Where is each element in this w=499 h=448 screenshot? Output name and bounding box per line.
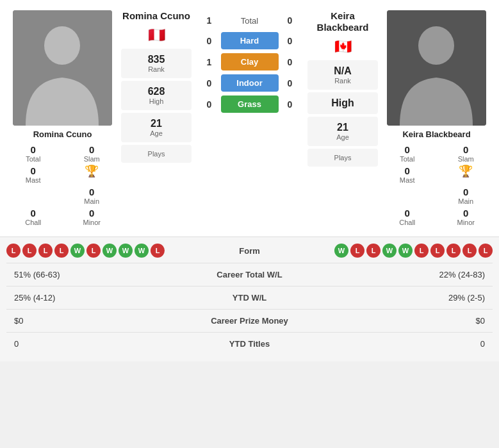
right-stat-value: $0	[352, 310, 493, 333]
left-player-name-center: Romina Ccuno	[122, 10, 190, 22]
indoor-button[interactable]: Indoor	[221, 74, 279, 92]
right-minor-value: 0	[463, 208, 468, 219]
clay-button[interactable]: Clay	[221, 53, 279, 71]
right-rank-box: N/A Rank	[307, 60, 378, 90]
grass-button[interactable]: Grass	[221, 95, 279, 113]
left-plays-label: Plays	[124, 150, 189, 158]
clay-right-score: 0	[284, 57, 297, 67]
right-plays-label: Plays	[310, 154, 375, 162]
right-player-card: Keira Blackbeard 0 Total 0 Slam 0 Mast 🏆	[380, 10, 493, 226]
left-form-badge: W	[135, 244, 149, 258]
left-rank-value: 835	[124, 54, 189, 65]
right-form-badge: L	[462, 244, 477, 258]
left-chall-value: 0	[31, 208, 36, 219]
right-total-stat: 0 Total	[380, 144, 434, 163]
left-stat-value: 0	[6, 333, 147, 356]
left-high-value: 628	[124, 86, 189, 97]
left-stat-value: $0	[6, 310, 147, 333]
left-player-name: Romina Ccuno	[33, 129, 92, 139]
center-stat-label: YTD W/L	[147, 286, 352, 310]
right-age-box: 21 Age	[307, 117, 378, 146]
top-section: Romina Ccuno 0 Total 0 Slam 0 Mast 🏆	[0, 0, 499, 236]
right-mast-label: Mast	[400, 176, 415, 184]
hard-row: 0 Hard 0	[194, 32, 305, 49]
grass-left-score: 0	[203, 99, 216, 110]
left-chall-stat: 0 Chall	[6, 208, 60, 226]
left-form-badge: L	[22, 244, 37, 258]
left-age-value: 21	[124, 118, 189, 129]
left-main-label: Main	[84, 197, 99, 205]
right-center-stats: Keira Blackbeard 🇨🇦 N/A Rank High 21 Age…	[307, 10, 378, 226]
right-slam-label: Slam	[458, 155, 474, 163]
left-player-stats: 0 Total 0 Slam 0 Mast 🏆 0 Main	[6, 144, 119, 226]
right-high-box: High	[307, 92, 378, 114]
center-stat-label: Career Total W/L	[147, 263, 352, 286]
left-slam-stat: 0 Slam	[65, 144, 119, 163]
table-row: 0 YTD Titles 0	[6, 333, 493, 356]
hard-button[interactable]: Hard	[221, 32, 279, 49]
hard-right-score: 0	[284, 36, 297, 46]
right-chall-value: 0	[405, 208, 410, 219]
right-minor-label: Minor	[457, 219, 475, 226]
trophy-icon-right: 🏆	[459, 165, 473, 177]
left-mast-value: 0	[31, 165, 36, 176]
right-age-label: Age	[310, 133, 375, 141]
clay-left-score: 1	[203, 57, 216, 67]
form-section: LLLLWLWWWL Form WLLWWLLLLL 51% (66-63) C…	[0, 236, 499, 361]
left-high-label: High	[124, 97, 189, 105]
total-row: 1 Total 0	[194, 15, 305, 26]
left-center-stats: Romina Ccuno 🇵🇪 835 Rank 628 High 21 Age…	[121, 10, 192, 226]
left-form-badges: LLLLWLWWWL	[6, 244, 165, 258]
left-main-stat: 0 Main	[65, 187, 119, 205]
right-plays-box: Plays	[307, 149, 378, 167]
right-mast-value: 0	[405, 165, 410, 176]
right-form-badge: W	[398, 244, 413, 258]
right-form-badges: WLLWWLLLLL	[334, 244, 493, 258]
left-form-badge: L	[151, 244, 165, 258]
right-form-badge: L	[414, 244, 429, 258]
table-row: 25% (4-12) YTD W/L 29% (2-5)	[6, 286, 493, 310]
left-form-badge: L	[86, 244, 101, 258]
grass-right-score: 0	[284, 99, 297, 110]
left-form-badge: W	[119, 244, 133, 258]
center-stat-label: YTD Titles	[147, 333, 352, 356]
left-player-card: Romina Ccuno 0 Total 0 Slam 0 Mast 🏆	[6, 10, 119, 226]
left-total-value: 0	[31, 144, 36, 155]
clay-row: 1 Clay 0	[194, 53, 305, 71]
left-minor-stat: 0 Minor	[65, 208, 119, 226]
right-main-label: Main	[458, 197, 473, 205]
right-form-badge: L	[366, 244, 380, 258]
left-mast-stat: 0 Mast	[6, 165, 60, 184]
stats-table: 51% (66-63) Career Total W/L 22% (24-83)…	[6, 263, 493, 355]
total-label: Total	[221, 16, 279, 26]
right-mast-stat: 0 Mast	[380, 165, 434, 184]
right-total-value: 0	[405, 144, 410, 155]
left-chall-label: Chall	[25, 219, 41, 226]
hard-left-score: 0	[203, 36, 216, 46]
table-row: $0 Career Prize Money $0	[6, 310, 493, 333]
svg-point-3	[418, 26, 454, 65]
indoor-left-score: 0	[203, 78, 216, 88]
total-left-score: 1	[203, 15, 216, 26]
left-form-badge: L	[54, 244, 69, 258]
left-age-label: Age	[124, 129, 189, 137]
right-form-badge: W	[334, 244, 348, 258]
svg-point-1	[44, 26, 80, 65]
indoor-row: 0 Indoor 0	[194, 74, 305, 92]
left-player-avatar	[13, 10, 112, 126]
right-main-stat: 0 Main	[439, 187, 493, 205]
right-flag: 🇨🇦	[334, 38, 352, 55]
left-form-badge: W	[102, 244, 117, 258]
left-stat-value: 25% (4-12)	[6, 286, 147, 310]
left-form-badge: L	[6, 244, 20, 258]
match-center: 1 Total 0 0 Hard 0 1 Clay 0 0 Indoor 0	[194, 10, 305, 226]
indoor-right-score: 0	[284, 78, 297, 88]
left-slam-label: Slam	[84, 155, 100, 163]
right-player-name-center: Keira Blackbeard	[307, 10, 378, 33]
right-player-avatar	[387, 10, 486, 126]
left-slam-value: 0	[89, 144, 94, 155]
right-form-badge: L	[479, 244, 493, 258]
right-rank-value: N/A	[310, 65, 375, 77]
total-right-score: 0	[284, 15, 297, 26]
right-chall-label: Chall	[399, 219, 415, 226]
